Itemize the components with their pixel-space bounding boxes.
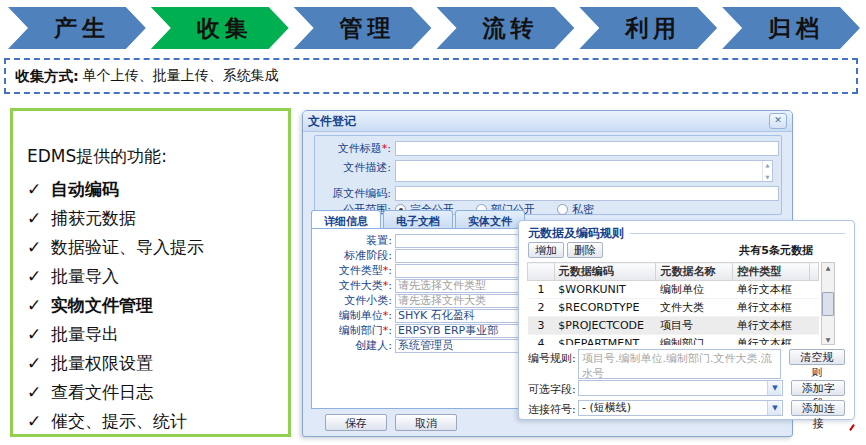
feature-text: 数据验证、导入提示 [51,233,204,262]
flow-step-label: 利用 [625,13,681,44]
chevron-down-icon[interactable]: ▼ [767,381,781,395]
textarea-scrollbar[interactable]: ▲ ▼ [762,161,772,181]
optional-field-label: 可选字段: [528,382,578,397]
table-row[interactable]: 4 $DEPARTMENT 编制部门 单行文本框 [528,335,819,346]
add-connector-button[interactable]: 添加连接 [791,400,845,416]
header-empty [810,263,819,281]
feature-item: ✓实物文件管理 [27,291,282,320]
scroll-up-icon[interactable]: ▲ [826,264,831,271]
dialog-titlebar[interactable]: 文件登记 ✕ [303,111,792,132]
field-label: 编制部门*: [312,323,392,338]
header-code: 元数据编码 [554,263,656,281]
scroll-down-icon[interactable]: ▼ [766,174,770,180]
feature-item: ✓批量权限设置 [27,349,282,378]
table-row[interactable]: 3 $PROJECTCODE 项目号 单行文本框 [528,317,819,335]
delete-metadata-button[interactable]: 删除 [567,242,603,258]
close-icon[interactable]: ✕ [769,113,787,129]
scroll-up-icon[interactable]: ▲ [766,162,770,168]
add-field-button[interactable]: 添加字段 [791,380,845,396]
cell-rownum: 4 [528,335,555,346]
title-divider [630,233,845,234]
flow-step-label: 归档 [768,13,824,44]
basic-info-section: 文件标题*: 文件描述: ▲ ▼ 原文件编码: 公开范围: 完全公开 部门公开 … [314,135,782,215]
check-icon: ✓ [27,407,51,436]
numbering-rule-input[interactable]: 项目号.编制单位.编制部门.文件大类.流水号 [578,349,781,379]
process-flow: 产生 收集 管理 流转 利用 归档 [8,7,860,49]
cell-ctrl: 单行文本框 [733,281,810,299]
connector-row: 连接符号: - (短横线) ▼ 添加连接 [528,400,845,417]
add-metadata-button[interactable]: 增加 [528,242,564,258]
metadata-rules-panel: 元数据及编码规则 增加 删除 共有5条元数据 元数据编码 元数据名称 控件类型 … [518,220,855,420]
cancel-button[interactable]: 取消 [395,414,457,431]
save-button[interactable]: 保存 [325,414,387,431]
check-icon: ✓ [27,291,51,320]
file-desc-label: 文件描述: [315,160,391,175]
feature-item: ✓批量导出 [27,320,282,349]
cell-empty [810,317,819,335]
cell-rownum: 1 [528,281,555,299]
feature-text: 捕获元数据 [51,204,136,233]
field-label: 装置: [312,233,392,248]
orig-code-input[interactable] [395,186,779,201]
field-label: 标准阶段: [312,248,392,263]
panel-title-text: 元数据及编码规则 [528,225,624,242]
file-desc-textarea[interactable]: ▲ ▼ [395,160,773,182]
field-label: 文件类型*: [312,263,392,278]
cell-rownum: 3 [528,317,555,335]
cell-empty [810,335,819,346]
field-label: 文件小类: [312,293,392,308]
check-icon: ✓ [27,262,51,291]
flow-step-label: 收集 [197,13,253,44]
check-icon: ✓ [27,378,51,407]
radio-icon[interactable] [557,204,568,215]
rule-label: 编号规则: [528,351,578,366]
flow-step-label: 管理 [340,13,396,44]
feature-text: 自动编码 [51,175,119,204]
cell-code: $DEPARTMENT [554,335,656,346]
scrollbar-thumb[interactable] [822,292,834,316]
flow-step-produce: 产生 [8,7,146,49]
file-title-row: 文件标题*: [315,141,781,156]
flow-step-flow: 流转 [436,7,574,49]
optional-field-select[interactable]: ▼ [578,380,783,396]
check-icon: ✓ [27,175,51,204]
flow-step-manage: 管理 [294,7,432,49]
file-desc-row: 文件描述: ▲ ▼ [315,160,781,182]
check-icon: ✓ [27,204,51,233]
radio-label: 私密 [572,202,594,217]
file-title-label: 文件标题*: [315,141,391,156]
dialog-buttons: 保存 取消 [325,414,457,431]
clear-rule-button[interactable]: 清空规则 [789,349,845,365]
collection-method-label: 收集方式: [15,67,79,86]
feature-item: ✓催交、提示、统计 [27,407,282,436]
feature-text: 催交、提示、统计 [51,407,187,436]
table-scrollbar[interactable]: ▲ ▼ [821,262,835,345]
radio-private[interactable]: 私密 [557,202,594,217]
red-mark [849,424,855,431]
cell-ctrl: 单行文本框 [733,299,810,317]
table-row[interactable]: 1 $WORKUNIT 编制单位 单行文本框 [528,281,819,299]
connector-select[interactable]: - (短横线) ▼ [578,400,783,416]
feature-text: 实物文件管理 [51,291,153,320]
cell-rownum: 2 [528,299,555,317]
table-row[interactable]: 2 $RECORDTYPE 文件大类 单行文本框 [528,299,819,317]
metadata-count: 共有5条元数据 [739,243,813,258]
dialog-title: 文件登记 [308,113,356,130]
flow-step-label: 流转 [482,13,538,44]
chevron-down-icon[interactable]: ▼ [767,401,781,415]
collection-method-box: 收集方式: 单个上传、批量上传、系统集成 [4,58,858,94]
file-title-input[interactable] [395,141,779,156]
flow-step-collect: 收集 [151,7,289,49]
feature-item: ✓捕获元数据 [27,204,282,233]
cell-code: $PROJECTCODE [554,317,656,335]
panel-toolbar: 增加 删除 共有5条元数据 [528,242,845,258]
orig-code-row: 原文件编码: [315,186,781,201]
connector-label: 连接符号: [528,402,578,417]
feature-text: 批量导出 [51,320,119,349]
feature-text: 批量导入 [51,262,119,291]
cell-code: $RECORDTYPE [554,299,656,317]
metadata-table: 元数据编码 元数据名称 控件类型 1 $WORKUNIT 编制单位 单行文本框 … [527,262,819,345]
scroll-down-icon[interactable]: ▼ [826,336,831,343]
numbering-rule-row: 编号规则: 项目号.编制单位.编制部门.文件大类.流水号 清空规则 [528,349,845,379]
cell-ctrl: 单行文本框 [733,317,810,335]
